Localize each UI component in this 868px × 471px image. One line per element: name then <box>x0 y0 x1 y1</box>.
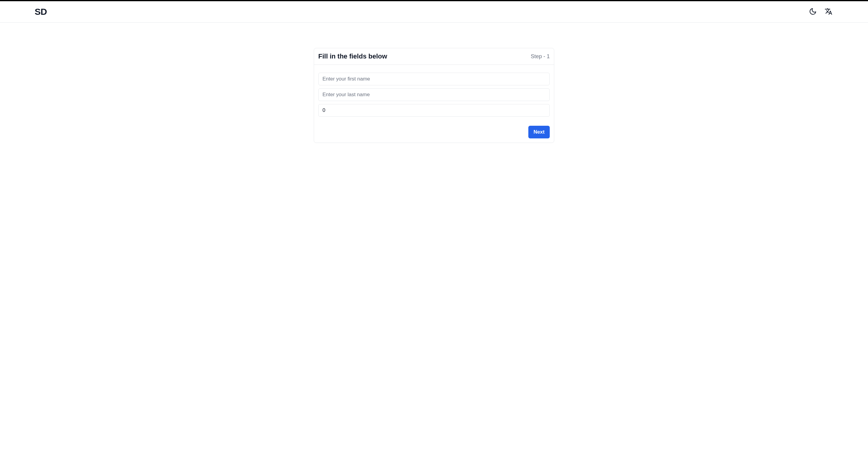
card-title: Fill in the fields below <box>318 53 387 60</box>
language-button[interactable] <box>824 7 833 17</box>
first-name-group <box>318 73 550 85</box>
last-name-group <box>318 88 550 101</box>
number-input[interactable] <box>318 104 550 117</box>
moon-icon <box>809 7 817 16</box>
card-footer: Next <box>314 124 554 143</box>
card-header: Fill in the fields below Step - 1 <box>314 48 554 65</box>
logo[interactable]: SD <box>35 7 47 17</box>
main-content: Fill in the fields below Step - 1 Next <box>0 23 868 143</box>
next-button[interactable]: Next <box>528 126 550 139</box>
number-group <box>318 104 550 117</box>
header-actions <box>808 7 833 17</box>
form-card: Fill in the fields below Step - 1 Next <box>314 48 554 143</box>
header: SD <box>0 1 868 23</box>
first-name-input[interactable] <box>318 73 550 85</box>
last-name-input[interactable] <box>318 88 550 101</box>
card-body <box>314 65 554 124</box>
step-indicator: Step - 1 <box>531 53 550 60</box>
theme-toggle-button[interactable] <box>808 7 818 17</box>
translate-icon <box>825 7 832 16</box>
